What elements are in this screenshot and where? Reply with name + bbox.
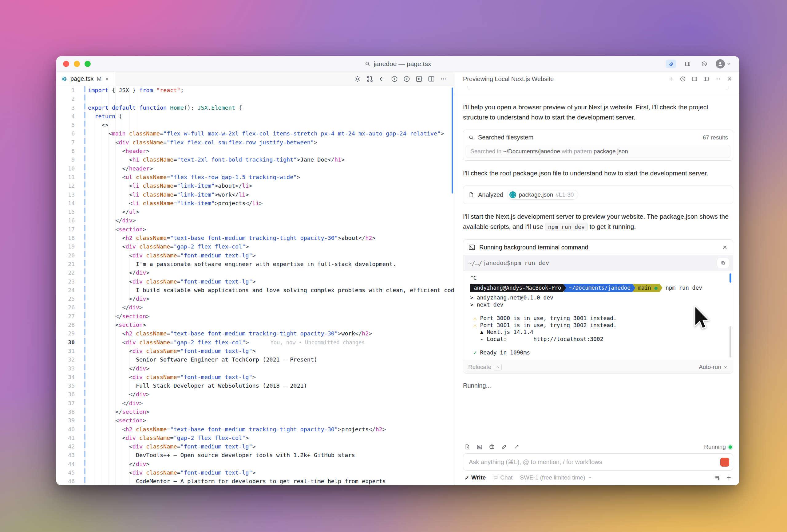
search-detail: Searched in ~/Documents/janedoe with pat… — [466, 145, 730, 158]
react-file-icon — [61, 76, 67, 82]
code-line: </div> — [88, 399, 454, 407]
editor-more-icon[interactable] — [440, 75, 447, 83]
image-icon[interactable] — [476, 444, 483, 450]
line-number: 37 — [56, 399, 75, 407]
auto-run-button[interactable]: Auto-run — [699, 364, 728, 371]
terminal-command-bar: ~/…/janedoe $ npm run dev — [463, 255, 733, 271]
editor-pane: page.tsx M — [56, 72, 454, 485]
line-number: 25 — [56, 294, 75, 303]
terminal-line: - Local: http://localhost:3002 — [470, 336, 726, 343]
new-conversation-icon[interactable] — [668, 76, 674, 82]
close-terminal-button[interactable] — [722, 244, 728, 250]
code-line: </div> — [88, 364, 454, 373]
tool-card-header: Analyzed { } package.json #L1-30 — [463, 186, 733, 204]
git-modified-markers — [84, 86, 85, 485]
stop-button[interactable] — [720, 458, 729, 467]
close-icon — [722, 244, 728, 250]
previous-card-sliver — [467, 86, 729, 90]
add-icon[interactable] — [726, 474, 732, 481]
rules-list-icon[interactable] — [714, 474, 720, 481]
tab-page-tsx[interactable]: page.tsx M — [56, 72, 115, 86]
line-number: 38 — [56, 407, 75, 416]
code-line: DevTools++ — Open source developer tools… — [88, 451, 454, 460]
history-icon[interactable] — [680, 76, 686, 82]
line-number: 31 — [56, 347, 75, 355]
detail-mid: with pattern — [560, 148, 594, 155]
relocate-label: Relocate — [468, 364, 491, 371]
search-icon — [468, 135, 474, 141]
write-mode-button[interactable]: Write — [464, 474, 486, 481]
open-in-split-icon[interactable] — [692, 76, 698, 82]
person-icon — [717, 61, 723, 67]
split-editor-icon[interactable] — [428, 75, 435, 83]
layout-columns-icon[interactable] — [703, 76, 709, 82]
close-window-button[interactable] — [63, 61, 69, 67]
line-number: 10 — [56, 164, 75, 173]
tool-card-header: Searched filesystem 67 results — [463, 130, 733, 145]
line-number: 12 — [56, 181, 75, 190]
overview-ruler[interactable] — [452, 88, 453, 194]
composer: Running Write — [454, 441, 739, 485]
code-line: <div className="gap-2 flex flex-col"> — [88, 434, 454, 442]
previous-change-icon[interactable] — [391, 75, 398, 83]
document-icon — [468, 192, 474, 198]
zoom-window-button[interactable] — [85, 61, 91, 67]
package-json-icon: { } — [509, 191, 516, 198]
source-control-icon[interactable] — [366, 75, 374, 83]
running-chip: Running — [704, 444, 732, 450]
code-line: </div> — [88, 303, 454, 312]
run-file-icon[interactable] — [415, 75, 423, 83]
terminal-line: ⚠ Port 3001 is in use, trying 3002 inste… — [470, 322, 726, 329]
close-panel-icon[interactable] — [726, 76, 732, 82]
tool-label: Searched filesystem — [478, 134, 533, 141]
analyzed-card[interactable]: Analyzed { } package.json #L1-30 — [463, 185, 733, 204]
code-line: <main className="flex w-full max-w-2xl f… — [88, 129, 454, 138]
next-change-icon[interactable] — [403, 75, 410, 83]
window-body: page.tsx M — [56, 72, 739, 485]
wand-icon[interactable] — [513, 444, 519, 450]
navigate-back-icon[interactable] — [379, 75, 386, 83]
close-tab-button[interactable] — [105, 76, 109, 82]
edit-icon[interactable] — [501, 444, 507, 450]
write-label: Write — [471, 474, 486, 481]
editor-toolbar — [354, 72, 454, 86]
model-selector[interactable]: SWE-1 (free limited time) — [520, 474, 592, 481]
conversation-scroll[interactable]: I'll help you open a browser preview of … — [454, 86, 739, 441]
do-not-disturb-button[interactable] — [699, 60, 709, 68]
pen-icon — [464, 475, 469, 480]
assistant-paragraph: I'll start the Next.js development serve… — [463, 211, 733, 232]
code-editor[interactable]: 1234567891011121314151617181920212223242… — [56, 86, 454, 485]
relocate-button[interactable]: Relocate — [468, 364, 502, 371]
analyzed-file-pill[interactable]: { } package.json #L1-30 — [507, 190, 578, 200]
line-number: 4 — [56, 112, 75, 121]
panel-more-icon[interactable] — [715, 76, 721, 82]
layout-toggle-button[interactable] — [682, 60, 693, 68]
terminal-card-footer: Relocate Auto-run — [463, 361, 733, 373]
code-line: </div> — [88, 460, 454, 468]
chevron-down-icon — [723, 364, 728, 370]
account-menu-button[interactable] — [716, 60, 731, 68]
cwd: ~/…/janedoe — [468, 260, 507, 266]
searched-filesystem-card[interactable]: Searched filesystem 67 results Searched … — [463, 130, 733, 161]
code-line: <h1 className="text-2xl font-bold tracki… — [88, 155, 454, 164]
windsurf-icon — [668, 61, 674, 67]
tool-label: Analyzed — [478, 191, 503, 198]
minimize-window-button[interactable] — [74, 61, 80, 67]
line-number: 18 — [56, 234, 75, 242]
copy-command-button[interactable] — [717, 258, 729, 268]
chat-input[interactable] — [468, 458, 720, 466]
code-line: export default function Home(): JSX.Elem… — [88, 104, 454, 112]
code-line: <div className="font-medium text-lg"> — [88, 468, 454, 477]
terminal-line: ^C — [470, 274, 726, 282]
terminal-scrollbar-thumb[interactable] — [729, 326, 731, 357]
attach-file-icon[interactable] — [464, 444, 470, 450]
settings-gear-icon[interactable] — [354, 75, 361, 83]
browser-preview-icon[interactable] — [489, 444, 495, 450]
code-line: <div className="flex flex-col sm:flex-ro… — [88, 138, 454, 147]
assistant-paragraph: I'll check the root package.json file to… — [463, 168, 733, 178]
cascade-toggle-button[interactable] — [666, 60, 676, 68]
chat-mode-button[interactable]: Chat — [493, 474, 512, 481]
prompt-dollar: $ — [507, 260, 510, 266]
line-number: 40 — [56, 425, 75, 434]
terminal-card-header: Running background terminal command — [463, 240, 733, 255]
